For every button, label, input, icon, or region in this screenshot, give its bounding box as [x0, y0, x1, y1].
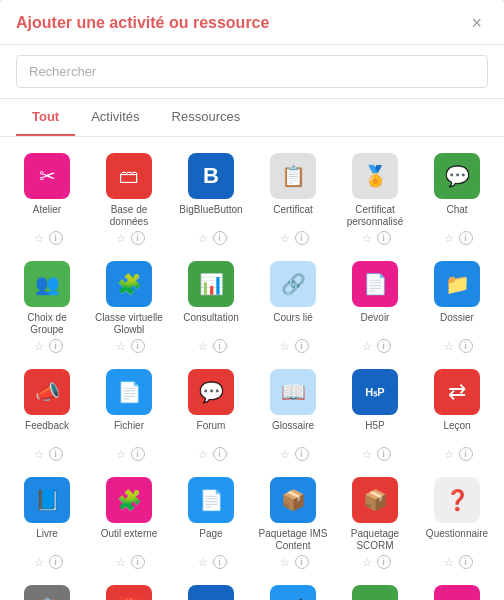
star-button-4[interactable]: ☆	[360, 231, 374, 245]
item-icon-2: B	[188, 153, 234, 199]
grid-item-12[interactable]: 📣Feedback☆i	[8, 361, 86, 465]
grid-item-0[interactable]: ✂Atelier☆i	[8, 145, 86, 249]
tab-ressources[interactable]: Ressources	[156, 99, 257, 136]
star-button-17[interactable]: ☆	[442, 447, 456, 461]
info-button-3[interactable]: i	[295, 231, 309, 245]
star-button-21[interactable]: ☆	[278, 555, 292, 569]
info-button-18[interactable]: i	[49, 555, 63, 569]
grid-item-17[interactable]: ⇄Leçon☆i	[418, 361, 496, 465]
grid-item-14[interactable]: 💬Forum☆i	[172, 361, 250, 465]
close-button[interactable]: ×	[465, 12, 488, 34]
star-button-7[interactable]: ☆	[114, 339, 128, 353]
item-label-1: Base de données	[94, 204, 164, 228]
grid-item-1[interactable]: 🗃Base de données☆i	[90, 145, 168, 249]
info-button-2[interactable]: i	[213, 231, 227, 245]
star-button-11[interactable]: ☆	[442, 339, 456, 353]
grid-item-27[interactable]: 📹Réunion Zoom☆i	[254, 577, 332, 600]
tab-tout[interactable]: Tout	[16, 99, 75, 136]
star-button-13[interactable]: ☆	[114, 447, 128, 461]
star-button-16[interactable]: ☆	[360, 447, 374, 461]
info-button-16[interactable]: i	[377, 447, 391, 461]
star-button-9[interactable]: ☆	[278, 339, 292, 353]
tab-activites[interactable]: Activités	[75, 99, 155, 136]
grid-item-6[interactable]: 👥Choix de Groupe☆i	[8, 253, 86, 357]
item-icon-20: 📄	[188, 477, 234, 523]
info-button-8[interactable]: i	[213, 339, 227, 353]
star-button-10[interactable]: ☆	[360, 339, 374, 353]
info-button-10[interactable]: i	[377, 339, 391, 353]
info-button-12[interactable]: i	[49, 447, 63, 461]
grid-item-4[interactable]: 🏅Certificat personnalisé☆i	[336, 145, 414, 249]
star-button-23[interactable]: ☆	[442, 555, 456, 569]
grid-item-29[interactable]: ✔Test☆i	[418, 577, 496, 600]
grid-item-19[interactable]: 🧩Outil externe☆i	[90, 469, 168, 573]
search-input[interactable]	[16, 55, 488, 88]
info-button-9[interactable]: i	[295, 339, 309, 353]
item-label-13: Fichier	[114, 420, 144, 444]
grid-item-18[interactable]: 📘Livre☆i	[8, 469, 86, 573]
info-button-6[interactable]: i	[49, 339, 63, 353]
grid-item-20[interactable]: 📄Page☆i	[172, 469, 250, 573]
grid-item-13[interactable]: 📄Fichier☆i	[90, 361, 168, 465]
grid-item-9[interactable]: 🔗Cours lié☆i	[254, 253, 332, 357]
grid-item-21[interactable]: 📦Paquetage IMS Content☆i	[254, 469, 332, 573]
star-button-14[interactable]: ☆	[196, 447, 210, 461]
info-button-7[interactable]: i	[131, 339, 145, 353]
grid-item-25[interactable]: 📅Rendez-vous☆i	[90, 577, 168, 600]
info-button-11[interactable]: i	[459, 339, 473, 353]
star-button-2[interactable]: ☆	[196, 231, 210, 245]
item-icon-19: 🧩	[106, 477, 152, 523]
item-icon-0: ✂	[24, 153, 70, 199]
grid-item-11[interactable]: 📁Dossier☆i	[418, 253, 496, 357]
item-icon-14: 💬	[188, 369, 234, 415]
info-button-17[interactable]: i	[459, 447, 473, 461]
item-icon-18: 📘	[24, 477, 70, 523]
item-icon-24: 📋	[24, 585, 70, 600]
star-button-18[interactable]: ☆	[32, 555, 46, 569]
grid-item-26[interactable]: ⊕Ressource Nudgis☆i	[172, 577, 250, 600]
star-button-3[interactable]: ☆	[278, 231, 292, 245]
grid-item-16[interactable]: H₅PH5P☆i	[336, 361, 414, 465]
star-button-8[interactable]: ☆	[196, 339, 210, 353]
item-label-17: Leçon	[443, 420, 470, 444]
info-button-13[interactable]: i	[131, 447, 145, 461]
info-button-19[interactable]: i	[131, 555, 145, 569]
grid-item-8[interactable]: 📊Consultation☆i	[172, 253, 250, 357]
info-button-5[interactable]: i	[459, 231, 473, 245]
grid-item-10[interactable]: 📄Devoir☆i	[336, 253, 414, 357]
info-button-23[interactable]: i	[459, 555, 473, 569]
grid-item-7[interactable]: 🧩Classe virtuelle Glowbl☆i	[90, 253, 168, 357]
star-button-20[interactable]: ☆	[196, 555, 210, 569]
grid-item-22[interactable]: 📦Paquetage SCORM☆i	[336, 469, 414, 573]
star-button-0[interactable]: ☆	[32, 231, 46, 245]
info-button-22[interactable]: i	[377, 555, 391, 569]
grid-item-15[interactable]: 📖Glossaire☆i	[254, 361, 332, 465]
grid-item-23[interactable]: ❓Questionnaire☆i	[418, 469, 496, 573]
info-button-0[interactable]: i	[49, 231, 63, 245]
info-button-15[interactable]: i	[295, 447, 309, 461]
star-button-19[interactable]: ☆	[114, 555, 128, 569]
grid-item-5[interactable]: 💬Chat☆i	[418, 145, 496, 249]
info-button-21[interactable]: i	[295, 555, 309, 569]
item-icon-1: 🗃	[106, 153, 152, 199]
star-button-1[interactable]: ☆	[114, 231, 128, 245]
star-button-15[interactable]: ☆	[278, 447, 292, 461]
item-label-4: Certificat personnalisé	[340, 204, 410, 228]
star-button-6[interactable]: ☆	[32, 339, 46, 353]
grid-item-2[interactable]: BBigBlueButton☆i	[172, 145, 250, 249]
grid-item-3[interactable]: 📋Certificat☆i	[254, 145, 332, 249]
star-button-5[interactable]: ☆	[442, 231, 456, 245]
item-icon-11: 📁	[434, 261, 480, 307]
item-icon-26: ⊕	[188, 585, 234, 600]
info-button-1[interactable]: i	[131, 231, 145, 245]
star-button-22[interactable]: ☆	[360, 555, 374, 569]
info-button-14[interactable]: i	[213, 447, 227, 461]
info-button-4[interactable]: i	[377, 231, 391, 245]
star-button-12[interactable]: ☆	[32, 447, 46, 461]
items-grid: ✂Atelier☆i🗃Base de données☆iBBigBlueButt…	[0, 137, 504, 600]
grid-item-28[interactable]: ⋮⊹Sondage☆i	[336, 577, 414, 600]
info-button-20[interactable]: i	[213, 555, 227, 569]
grid-item-24[interactable]: 📋Registre de présence☆i	[8, 577, 86, 600]
item-label-18: Livre	[36, 528, 58, 552]
item-icon-25: 📅	[106, 585, 152, 600]
